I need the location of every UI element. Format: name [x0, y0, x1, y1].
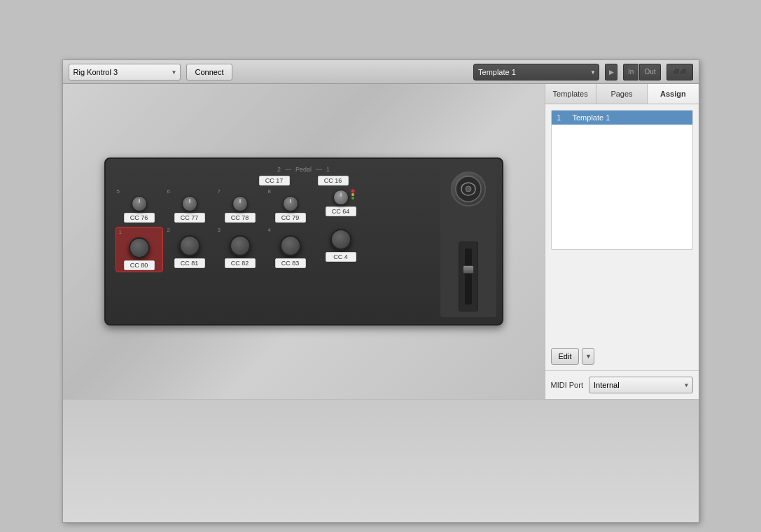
out-button[interactable]: Out — [639, 64, 660, 80]
cc79-label[interactable]: CC 79 — [275, 213, 306, 223]
main-container: Rig Kontrol 3 Connect Template 1 ▶ In Ou… — [62, 59, 699, 523]
template-number-1: 1 — [557, 114, 567, 122]
stomp-btn-1[interactable] — [129, 237, 150, 258]
cc81-label[interactable]: CC 81 — [174, 258, 205, 268]
template-list: 1 Template 1 — [551, 110, 693, 250]
template-item-1[interactable]: 1 Template 1 — [552, 111, 692, 125]
logo-svg — [454, 175, 482, 203]
edit-section: Edit ▼ — [545, 342, 699, 370]
svg-point-1 — [466, 186, 471, 192]
midi-button[interactable]: ⬛⬛ — [666, 64, 693, 80]
cc78-label[interactable]: CC 78 — [225, 213, 256, 223]
fader-area — [459, 241, 478, 312]
midi-port-select-wrapper: Internal — [589, 377, 693, 393]
device-select[interactable]: Rig Kontrol 3 — [69, 64, 181, 80]
knob-group-5: 5 CC 76 — [116, 188, 163, 223]
tab-assign[interactable]: Assign — [648, 84, 698, 104]
device-logo — [451, 172, 486, 206]
header-bar: Rig Kontrol 3 Connect Template 1 ▶ In Ou… — [63, 60, 699, 84]
hw-main: 2 — Pedal — 1 CC 17 CC 16 — [113, 166, 495, 299]
pedal-label-text: Pedal — [295, 166, 312, 173]
pedal-num-left: 2 — [277, 166, 281, 173]
template-select-wrapper: Template 1 — [473, 64, 599, 80]
connect-button[interactable]: Connect — [186, 64, 233, 80]
template-select[interactable]: Template 1 — [473, 64, 599, 80]
stomp-num-4: 4 — [268, 227, 271, 233]
fader-handle[interactable] — [463, 265, 474, 274]
device-hardware: 2 — Pedal — 1 CC 17 CC 16 — [104, 158, 503, 326]
midi-port-select[interactable]: Internal — [589, 377, 693, 393]
knob-group-6: 6 CC 77 — [166, 188, 214, 223]
in-out-group: In Out — [623, 64, 660, 80]
knob-group-led: CC 64 — [317, 188, 365, 223]
device-panel: 2 — Pedal — 1 CC 17 CC 16 — [63, 84, 545, 399]
knob-num-6: 6 — [167, 188, 170, 195]
pedal-dash-right: — — [316, 166, 322, 173]
stomp-btn-5[interactable] — [330, 229, 351, 250]
led-green — [351, 197, 354, 200]
knob-6[interactable] — [182, 196, 197, 211]
midi-port-section: MIDI Port Internal — [545, 370, 699, 399]
device-select-wrapper: Rig Kontrol 3 — [69, 64, 181, 80]
knob-group-8: 8 CC 79 — [267, 188, 314, 223]
bottom-section — [63, 399, 699, 522]
led-yellow — [351, 193, 354, 196]
cc76-label[interactable]: CC 76 — [124, 213, 155, 223]
prev-template-button[interactable]: ▶ — [605, 64, 617, 80]
midi-port-label: MIDI Port — [551, 381, 583, 389]
stomp-num-2: 2 — [167, 227, 170, 233]
edit-button[interactable]: Edit — [551, 348, 580, 365]
knob-8[interactable] — [283, 196, 298, 211]
tab-pages[interactable]: Pages — [596, 84, 648, 104]
hw-right-panel — [440, 166, 496, 317]
cc4-label[interactable]: CC 4 — [326, 252, 356, 262]
right-panel: Templates Pages Assign 1 Template 1 Ed — [545, 84, 699, 399]
midi-icon: ⬛⬛ — [673, 69, 687, 75]
cc80-label[interactable]: CC 80 — [124, 260, 155, 270]
hw-controls: 2 — Pedal — 1 CC 17 CC 16 — [113, 166, 495, 299]
knob-num-7: 7 — [218, 188, 221, 195]
pedal-num-right: 1 — [326, 166, 330, 173]
stomp-num-3: 3 — [218, 227, 221, 233]
fader-slot — [465, 248, 472, 304]
cc77-label[interactable]: CC 77 — [174, 213, 205, 223]
content-area: 2 — Pedal — 1 CC 17 CC 16 — [63, 84, 699, 399]
stomp-group-2: 2 CC 81 — [166, 227, 214, 272]
cc64-label[interactable]: CC 64 — [326, 206, 356, 216]
tab-bar: Templates Pages Assign — [545, 84, 699, 104]
led-red — [351, 190, 354, 192]
cc17-label[interactable]: CC 17 — [259, 176, 290, 186]
cc16-label[interactable]: CC 16 — [318, 176, 349, 186]
cc82-label[interactable]: CC 82 — [225, 258, 256, 268]
arrow-icon: ▶ — [609, 69, 614, 76]
edit-dropdown-icon: ▼ — [585, 353, 592, 360]
stomp-num-1: 1 — [119, 229, 122, 235]
tab-content: 1 Template 1 — [545, 104, 699, 342]
stomp-group-3: 3 CC 82 — [216, 227, 264, 272]
edit-dropdown-button[interactable]: ▼ — [582, 348, 594, 365]
pedal-dash-left: — — [285, 166, 291, 173]
cc83-label[interactable]: CC 83 — [275, 258, 306, 268]
template-name-1: Template 1 — [573, 113, 610, 122]
stomp-btn-4[interactable] — [280, 235, 301, 256]
app-wrapper: Rig Kontrol 3 Connect Template 1 ▶ In Ou… — [0, 0, 761, 532]
stomp-btn-2[interactable] — [179, 235, 200, 256]
stomp-btn-3[interactable] — [230, 235, 251, 256]
stomp-group-1: 1 CC 80 — [116, 227, 163, 272]
knob-num-8: 8 — [268, 188, 271, 195]
in-button[interactable]: In — [623, 64, 638, 80]
knob-num-5: 5 — [117, 188, 120, 195]
stomp-group-5: CC 4 — [317, 227, 365, 272]
knob-7[interactable] — [232, 196, 248, 211]
knob-group-7: 7 CC 78 — [216, 188, 264, 223]
tab-templates[interactable]: Templates — [545, 84, 596, 104]
knob-5[interactable] — [132, 196, 147, 211]
stomp-group-4: 4 CC 83 — [267, 227, 314, 272]
knob-led[interactable] — [333, 190, 349, 205]
